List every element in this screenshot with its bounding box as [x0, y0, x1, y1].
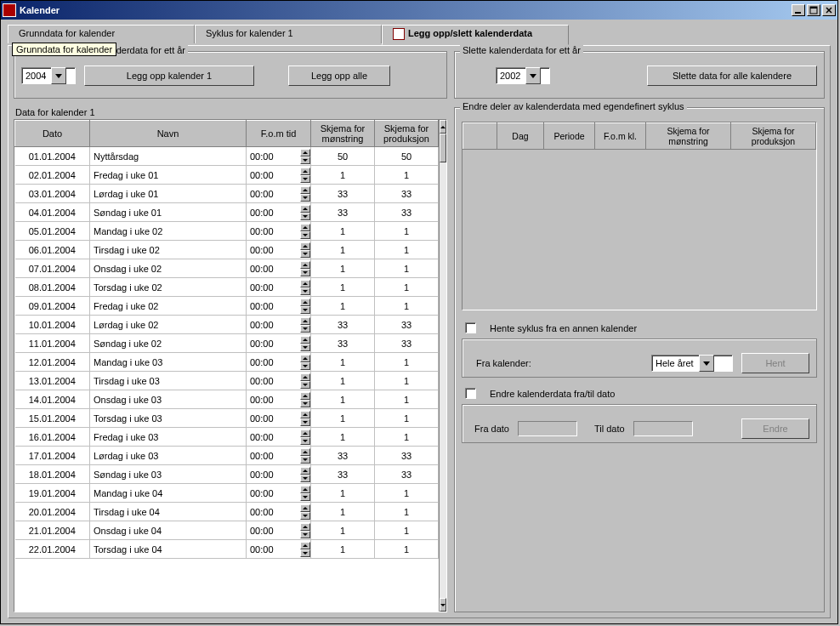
- table-row[interactable]: 21.01.2004Onsdag i uke 0400:0011: [15, 521, 439, 540]
- spin-up-icon[interactable]: [300, 411, 310, 418]
- cell-skjema-monstring[interactable]: 33: [311, 185, 375, 203]
- cell-dato[interactable]: 10.01.2004: [15, 316, 90, 334]
- cell-dato[interactable]: 08.01.2004: [15, 278, 90, 297]
- cell-navn[interactable]: Onsdag i uke 02: [90, 259, 247, 278]
- table-row[interactable]: 06.01.2004Tirsdag i uke 0200:0011: [15, 241, 439, 259]
- cell-skjema-monstring[interactable]: 33: [311, 203, 375, 222]
- cell-dato[interactable]: 04.01.2004: [15, 203, 90, 222]
- time-spinner[interactable]: [299, 299, 310, 314]
- spin-up-icon[interactable]: [300, 224, 310, 231]
- spin-up-icon[interactable]: [300, 168, 310, 175]
- cell-skjema-monstring[interactable]: 1: [311, 166, 375, 185]
- cell-skjema-produksjon[interactable]: 1: [375, 409, 439, 428]
- cell-navn[interactable]: Mandag i uke 02: [90, 222, 247, 241]
- spin-down-icon[interactable]: [300, 437, 310, 445]
- cell-skjema-produksjon[interactable]: 33: [375, 203, 439, 222]
- table-row[interactable]: 19.01.2004Mandag i uke 0400:0011: [15, 484, 439, 503]
- spin-down-icon[interactable]: [300, 194, 310, 202]
- cell-skjema-produksjon[interactable]: 1: [375, 241, 439, 259]
- cell-dato[interactable]: 06.01.2004: [15, 241, 90, 259]
- spin-down-icon[interactable]: [300, 493, 310, 501]
- cell-skjema-produksjon[interactable]: 1: [375, 353, 439, 372]
- cell-skjema-produksjon[interactable]: 33: [375, 465, 439, 484]
- cell-navn[interactable]: Tirsdag i uke 04: [90, 503, 247, 521]
- cell-skjema-produksjon[interactable]: 1: [375, 166, 439, 185]
- cell-skjema-monstring[interactable]: 1: [311, 372, 375, 390]
- spin-up-icon[interactable]: [300, 280, 310, 287]
- spin-down-icon[interactable]: [300, 175, 310, 183]
- mini-col-dag[interactable]: Dag: [497, 123, 544, 150]
- cell-fom-tid[interactable]: 00:00: [247, 484, 311, 503]
- cell-dato[interactable]: 19.01.2004: [15, 484, 90, 503]
- cell-dato[interactable]: 22.01.2004: [15, 540, 90, 559]
- table-row[interactable]: 02.01.2004Fredag i uke 0100:0011: [15, 166, 439, 185]
- cell-skjema-monstring[interactable]: 33: [311, 334, 375, 353]
- cell-skjema-monstring[interactable]: 33: [311, 447, 375, 465]
- spin-up-icon[interactable]: [300, 149, 310, 156]
- tab-legg-opp-slett[interactable]: Legg opp/slett kalenderdata: [382, 25, 569, 45]
- chk-edit-range[interactable]: [465, 388, 476, 399]
- cell-dato[interactable]: 12.01.2004: [15, 353, 90, 372]
- scroll-up-icon[interactable]: [440, 120, 446, 134]
- cell-skjema-produksjon[interactable]: 33: [375, 334, 439, 353]
- cell-skjema-monstring[interactable]: 1: [311, 484, 375, 503]
- left-grid[interactable]: Dato Navn F.o.m tid Skjema for mønstring…: [14, 120, 439, 612]
- spin-down-icon[interactable]: [300, 475, 310, 482]
- cell-dato[interactable]: 02.01.2004: [15, 166, 90, 185]
- cell-skjema-produksjon[interactable]: 1: [375, 484, 439, 503]
- table-row[interactable]: 17.01.2004Lørdag i uke 0300:003333: [15, 447, 439, 465]
- mini-col-skjema-monstring[interactable]: Skjema for mønstring: [646, 123, 731, 150]
- cell-navn[interactable]: Nyttårsdag: [90, 147, 247, 166]
- spin-down-icon[interactable]: [300, 156, 310, 164]
- from-cal-combo[interactable]: Hele året: [651, 355, 733, 372]
- mini-col-blank[interactable]: [463, 123, 497, 150]
- spin-up-icon[interactable]: [300, 430, 310, 437]
- year-add-combo[interactable]: 2004: [21, 67, 76, 84]
- cell-fom-tid[interactable]: 00:00: [247, 297, 311, 316]
- time-spinner[interactable]: [299, 467, 310, 482]
- table-row[interactable]: 03.01.2004Lørdag i uke 0100:003333: [15, 185, 439, 203]
- cell-navn[interactable]: Søndag i uke 03: [90, 465, 247, 484]
- cell-skjema-produksjon[interactable]: 50: [375, 147, 439, 166]
- table-row[interactable]: 01.01.2004Nyttårsdag00:005050: [15, 147, 439, 166]
- btn-slette-alle[interactable]: Slette data for alle kalendere: [647, 65, 817, 86]
- btn-endre[interactable]: Endre: [741, 418, 809, 439]
- time-spinner[interactable]: [299, 336, 310, 351]
- table-row[interactable]: 08.01.2004Torsdag i uke 0200:0011: [15, 278, 439, 297]
- table-row[interactable]: 14.01.2004Onsdag i uke 0300:0011: [15, 390, 439, 409]
- cell-dato[interactable]: 13.01.2004: [15, 372, 90, 390]
- maximize-button[interactable]: [807, 4, 820, 16]
- cell-dato[interactable]: 14.01.2004: [15, 390, 90, 409]
- spin-down-icon[interactable]: [300, 549, 310, 557]
- spin-up-icon[interactable]: [300, 523, 310, 531]
- cell-dato[interactable]: 01.01.2004: [15, 147, 90, 166]
- table-row[interactable]: 16.01.2004Fredag i uke 0300:0011: [15, 428, 439, 447]
- cell-skjema-produksjon[interactable]: 1: [375, 372, 439, 390]
- cell-skjema-monstring[interactable]: 1: [311, 521, 375, 540]
- spin-down-icon[interactable]: [300, 231, 310, 239]
- cell-navn[interactable]: Lørdag i uke 01: [90, 185, 247, 203]
- mini-col-periode[interactable]: Periode: [544, 123, 595, 150]
- spin-down-icon[interactable]: [300, 512, 310, 520]
- spin-up-icon[interactable]: [300, 317, 310, 325]
- cell-skjema-produksjon[interactable]: 1: [375, 503, 439, 521]
- table-row[interactable]: 22.01.2004Torsdag i uke 0400:0011: [15, 540, 439, 559]
- cell-navn[interactable]: Onsdag i uke 04: [90, 521, 247, 540]
- spin-up-icon[interactable]: [300, 542, 310, 549]
- cell-fom-tid[interactable]: 00:00: [247, 166, 311, 185]
- time-spinner[interactable]: [299, 542, 310, 557]
- table-row[interactable]: 09.01.2004Fredag i uke 0200:0011: [15, 297, 439, 316]
- tab-syklus[interactable]: Syklus for kalender 1: [195, 25, 382, 43]
- time-spinner[interactable]: [299, 224, 310, 239]
- spin-down-icon[interactable]: [300, 306, 310, 314]
- to-date-field[interactable]: [633, 421, 693, 436]
- year-del-combo[interactable]: 2002: [496, 67, 550, 84]
- time-spinner[interactable]: [299, 168, 310, 183]
- cell-skjema-produksjon[interactable]: 1: [375, 540, 439, 559]
- cell-navn[interactable]: Tirsdag i uke 02: [90, 241, 247, 259]
- cell-navn[interactable]: Mandag i uke 04: [90, 484, 247, 503]
- cell-fom-tid[interactable]: 00:00: [247, 428, 311, 447]
- spin-down-icon[interactable]: [300, 362, 310, 370]
- cell-dato[interactable]: 15.01.2004: [15, 409, 90, 428]
- cell-navn[interactable]: Lørdag i uke 03: [90, 447, 247, 465]
